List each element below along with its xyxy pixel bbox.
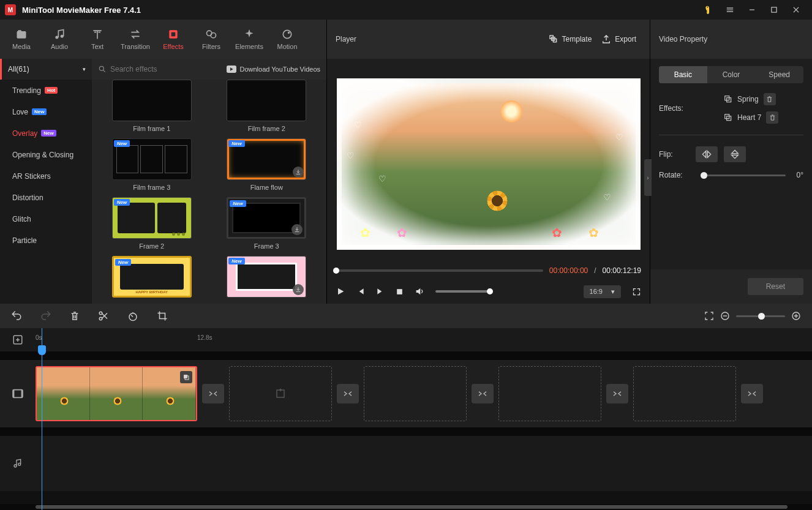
effect-thumb: HAPPY BIRTHDAYNew <box>112 256 192 298</box>
remove-effect-button[interactable] <box>766 111 778 124</box>
transition-slot[interactable] <box>606 384 628 403</box>
fullscreen-button[interactable] <box>632 287 641 296</box>
fit-timeline-button[interactable] <box>704 311 714 321</box>
seek-slider[interactable] <box>336 269 543 272</box>
transition-slot[interactable] <box>472 384 494 403</box>
svg-rect-29 <box>21 390 23 398</box>
effect-thumb: New <box>112 138 192 180</box>
zoom-slider[interactable] <box>736 315 785 317</box>
tool-motion[interactable]: Motion <box>268 20 306 59</box>
sidebar-item-opening-closing[interactable]: Opening & Closing <box>0 144 92 165</box>
transition-slot[interactable] <box>337 384 359 403</box>
sidebar-item-trending[interactable]: TrendingHot <box>0 80 92 101</box>
effect-card[interactable]: NewFrame 3 <box>216 197 318 250</box>
library-panel: MediaAudioTextTransitionEffectsFiltersEl… <box>0 20 327 304</box>
close-icon[interactable] <box>785 0 807 20</box>
download-icon[interactable] <box>293 284 304 295</box>
effect-label: Film frame 2 <box>248 125 285 132</box>
video-preview[interactable]: ♡ ♡ ♡ ♡ ♡ ♡ ♡ ✿ ✿ ✿ ✿ <box>337 78 641 250</box>
video-track-icon <box>0 389 36 399</box>
sidebar-all-header[interactable]: All(61) <box>0 59 92 80</box>
time-ruler[interactable]: 0s12.8s <box>36 328 812 351</box>
play-button[interactable] <box>336 287 345 296</box>
add-track-button[interactable] <box>0 328 36 351</box>
undo-button[interactable] <box>11 310 22 321</box>
download-youtube-link[interactable]: Download YouTube Videos <box>227 66 321 73</box>
search-effects[interactable] <box>98 65 227 73</box>
video-clip[interactable] <box>36 366 197 421</box>
effects-grid: Film frame 1Film frame 2NewFilm frame 3N… <box>100 80 318 298</box>
clip-effects-badge[interactable] <box>180 371 192 383</box>
remove-effect-button[interactable] <box>764 93 776 105</box>
tab-speed[interactable]: Speed <box>755 66 803 83</box>
speed-button[interactable] <box>127 310 138 321</box>
video-track[interactable] <box>0 360 812 427</box>
minimize-icon[interactable] <box>741 0 763 20</box>
export-button[interactable]: Export <box>596 32 641 47</box>
tool-filters[interactable]: Filters <box>192 20 230 59</box>
effect-card[interactable]: HAPPY BIRTHDAYNew <box>100 256 203 298</box>
empty-clip-slot[interactable] <box>633 366 736 421</box>
tool-text[interactable]: Text <box>78 20 116 59</box>
zoom-in-button[interactable] <box>791 311 801 321</box>
tool-audio[interactable]: Audio <box>40 20 78 59</box>
delete-button[interactable] <box>70 310 80 321</box>
transition-slot[interactable] <box>202 384 224 403</box>
effect-card[interactable]: NewFlame flow <box>216 138 318 191</box>
prev-frame-button[interactable] <box>356 287 365 296</box>
search-input[interactable] <box>110 65 178 73</box>
sparkle-icon <box>243 28 255 40</box>
effect-label: Film frame 3 <box>133 184 170 191</box>
sidebar-item-particle[interactable]: Particle <box>0 230 92 251</box>
tab-basic[interactable]: Basic <box>659 66 707 83</box>
sidebar-item-love[interactable]: LoveNew <box>0 101 92 122</box>
template-button[interactable]: Template <box>544 32 597 47</box>
aspect-ratio-select[interactable]: 16:9 ▾ <box>584 285 621 298</box>
effect-card[interactable]: NewFrame 2 <box>100 197 203 250</box>
volume-slider[interactable] <box>435 290 491 293</box>
flip-horizontal-button[interactable] <box>696 146 718 162</box>
effect-card[interactable]: Film frame 2 <box>216 80 318 132</box>
split-button[interactable] <box>98 310 109 321</box>
applied-effect: Spring <box>724 93 803 105</box>
download-icon[interactable] <box>291 224 303 235</box>
timeline-scrollbar[interactable] <box>0 504 812 510</box>
effect-card[interactable]: New <box>216 256 318 298</box>
empty-clip-slot[interactable] <box>498 366 601 421</box>
maximize-icon[interactable] <box>763 0 785 20</box>
tool-effects[interactable]: Effects <box>154 20 192 59</box>
empty-clip-slot[interactable] <box>229 366 332 421</box>
rotate-slider[interactable] <box>701 174 786 176</box>
menu-icon[interactable] <box>719 0 741 20</box>
effect-card[interactable]: NewFilm frame 3 <box>100 138 203 191</box>
upgrade-key-icon[interactable] <box>697 0 719 20</box>
effect-label: Frame 3 <box>254 242 279 250</box>
transition-slot[interactable] <box>741 384 763 403</box>
playhead[interactable] <box>42 328 42 510</box>
new-tag: New <box>228 140 244 147</box>
audio-track[interactable] <box>0 436 812 491</box>
zoom-out-button[interactable] <box>720 311 730 321</box>
sidebar-item-overlay[interactable]: OverlayNew <box>0 122 92 144</box>
new-tag: New <box>230 200 246 207</box>
sidebar-item-distortion[interactable]: Distortion <box>0 187 92 208</box>
volume-button[interactable] <box>415 287 424 296</box>
tool-media[interactable]: Media <box>2 20 40 59</box>
sidebar-item-glitch[interactable]: Glitch <box>0 208 92 230</box>
download-icon[interactable] <box>293 167 304 178</box>
redo-button[interactable] <box>40 310 51 321</box>
tool-transition[interactable]: Transition <box>116 20 154 59</box>
empty-clip-slot[interactable] <box>364 366 467 421</box>
tab-color[interactable]: Color <box>707 66 756 83</box>
crop-button[interactable] <box>157 310 168 321</box>
effect-thumb <box>227 80 306 121</box>
effect-card[interactable]: Film frame 1 <box>100 80 203 132</box>
collapse-panel-button[interactable]: › <box>644 159 652 196</box>
tool-elements[interactable]: Elements <box>230 20 268 59</box>
flip-vertical-button[interactable] <box>724 146 746 162</box>
next-frame-button[interactable] <box>376 287 385 296</box>
sidebar-item-ar-stickers[interactable]: AR Stickers <box>0 165 92 187</box>
reset-button[interactable]: Reset <box>748 278 803 295</box>
effect-thumb: New <box>227 138 306 180</box>
stop-button[interactable] <box>396 288 404 296</box>
